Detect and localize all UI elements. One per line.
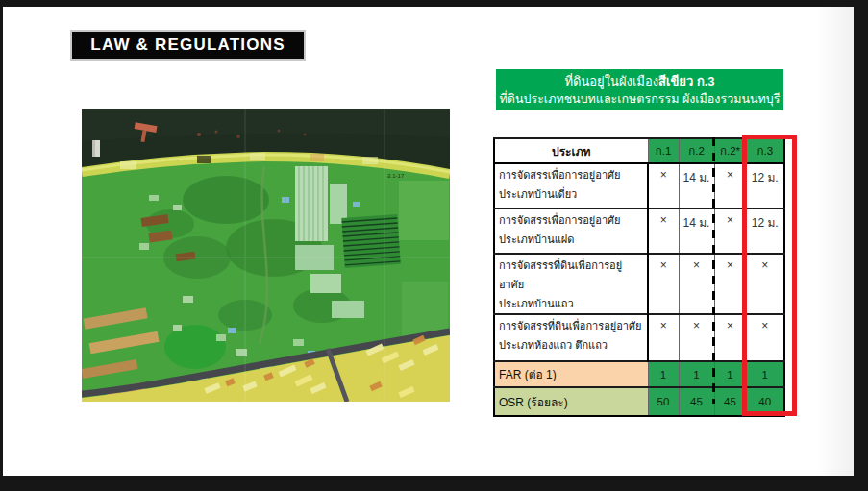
banner-line2: ที่ดินประเภทชนบทและเกษตรกรรม ผังเมืองรวม… [496, 90, 783, 108]
solar-farm [341, 214, 400, 268]
far-row: FAR (ต่อ 1) 1 1 1 1 [494, 361, 784, 387]
cell-value: × [679, 314, 714, 361]
row-label: การจัดสรรเพื่อการอยู่อาศัย ประเภทบ้านเดี… [494, 163, 648, 209]
frame-left [0, 0, 3, 491]
row-label: การจัดสรรเพื่อการอยู่อาศัย ประเภทบ้านแฝด [494, 209, 648, 254]
frame-right [854, 0, 868, 491]
k3-highlight-box [742, 135, 797, 416]
banner-line1-bold: สีเขียว ก.3 [658, 74, 715, 88]
road-label: อ.1-17 [387, 173, 405, 179]
table-row-row-house: การจัดสรรรที่ดินเพื่อการอยู่อาศัย ประเภท… [494, 254, 784, 314]
far-label: FAR (ต่อ 1) [494, 361, 648, 387]
osr-value: 50 [648, 387, 679, 416]
header-category: ประเภท [494, 138, 648, 163]
info-banner: ที่ดินอยู่ในผังเมืองสีเขียว ก.3 ที่ดินปร… [496, 69, 783, 110]
cell-value: 14 ม. [679, 209, 714, 254]
far-value: 1 [648, 361, 679, 387]
osr-value: 45 [679, 387, 714, 416]
far-value: 1 [679, 361, 714, 387]
slide-edge-shadow [817, 7, 854, 476]
cell-value: × [648, 209, 679, 254]
cell-value: × [679, 254, 714, 314]
slide: LAW & REGULATIONS [0, 0, 868, 491]
header-k1: ก.1 [648, 138, 679, 163]
table-row-shophouse: การจัดสรรที่ดินเพื่อการอยู่อาศัย ประเภทห… [494, 314, 784, 361]
frame-bottom [0, 476, 868, 491]
table-header-row: ประเภท ก.1 ก.2 ก.2* ก.3 [494, 138, 784, 163]
cell-value: × [648, 163, 679, 209]
osr-label: OSR (ร้อยละ) [494, 387, 648, 416]
page-title: LAW & REGULATIONS [90, 36, 285, 55]
frame-top [0, 0, 868, 7]
cell-value: 14 ม. [679, 163, 714, 209]
banner-line1: ที่ดินอยู่ในผังเมืองสีเขียว ก.3 [496, 72, 783, 90]
cell-value: × [648, 314, 679, 361]
row-label: การจัดสรรรที่ดินเพื่อการอยู่อาศัย ประเภท… [494, 254, 648, 314]
table-row-duplex-house: การจัดสรรเพื่อการอยู่อาศัย ประเภทบ้านแฝด… [494, 209, 784, 254]
row-label: การจัดสรรที่ดินเพื่อการอยู่อาศัย ประเภทห… [494, 314, 648, 361]
dashed-column-divider [712, 137, 715, 404]
table-row-detached-house: การจัดสรรเพื่อการอยู่อาศัย ประเภทบ้านเดี… [494, 163, 784, 209]
zoning-map-image: อ.1-17 [82, 109, 450, 402]
banner-line1-regular: ที่ดินอยู่ในผังเมือง [564, 74, 658, 88]
header-k2: ก.2 [679, 138, 714, 163]
title-box: LAW & REGULATIONS [70, 30, 306, 61]
cell-value: × [648, 254, 679, 314]
osr-row: OSR (ร้อยละ) 50 45 45 40 [494, 387, 784, 416]
zoning-map: อ.1-17 [82, 109, 450, 402]
